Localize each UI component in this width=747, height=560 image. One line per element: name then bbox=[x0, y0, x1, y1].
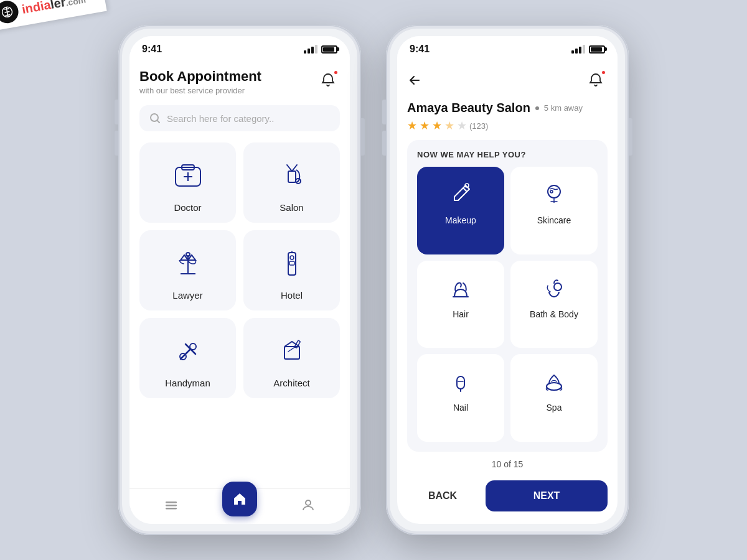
category-card-architect[interactable]: Architect bbox=[243, 318, 340, 398]
phone-1-content: Book Appointment with our best service p… bbox=[129, 58, 350, 488]
salon-label: Salon bbox=[280, 202, 303, 213]
services-grid: Makeup bbox=[417, 167, 598, 442]
rating-count: (123) bbox=[469, 121, 488, 131]
service-card-makeup[interactable]: Makeup bbox=[417, 167, 504, 254]
makeup-icon bbox=[446, 179, 476, 209]
svg-rect-11 bbox=[288, 171, 296, 182]
phones-container: 9:41 Book Appointme bbox=[118, 25, 629, 535]
salon-dot bbox=[535, 106, 539, 110]
bath-label: Bath & Body bbox=[530, 309, 578, 319]
svg-point-35 bbox=[554, 283, 561, 291]
battery-icon-1 bbox=[321, 45, 337, 54]
phone-1-screen: 9:41 Book Appointme bbox=[129, 36, 350, 524]
watermark-text: indialer.com bbox=[21, 0, 87, 16]
back-arrow-icon bbox=[407, 73, 422, 88]
svg-line-4 bbox=[5, 15, 10, 16]
signal-bar-2 bbox=[308, 49, 310, 54]
salon-rating: ★ ★ ★ ★ ★ (123) bbox=[407, 119, 608, 133]
back-action-button[interactable]: BACK bbox=[407, 480, 478, 511]
service-card-bath-body[interactable]: Bath & Body bbox=[510, 261, 598, 348]
signal-bar-2-4 bbox=[583, 45, 585, 54]
next-action-button[interactable]: NEXT bbox=[486, 480, 608, 511]
back-button[interactable] bbox=[407, 73, 422, 88]
signal-bar-2-1 bbox=[571, 50, 574, 54]
doctor-label: Doctor bbox=[174, 202, 201, 213]
watermark: indialer.com bbox=[0, 0, 106, 31]
phone2-power bbox=[629, 118, 632, 156]
notification-dot bbox=[333, 70, 339, 75]
svg-line-2 bbox=[4, 9, 9, 9]
pagination: 10 of 15 bbox=[407, 452, 608, 474]
category-grid: Doctor Salon bbox=[139, 142, 340, 398]
category-card-salon[interactable]: Salon bbox=[243, 142, 340, 223]
battery-icon-2 bbox=[589, 45, 605, 54]
category-card-handyman[interactable]: Handyman bbox=[139, 318, 236, 398]
signal-bar-1 bbox=[304, 50, 306, 54]
category-card-lawyer[interactable]: Lawyer bbox=[139, 230, 236, 310]
notification-button[interactable] bbox=[316, 68, 340, 92]
phone-1: 9:41 Book Appointme bbox=[118, 25, 361, 535]
status-bar-2: 9:41 bbox=[397, 36, 618, 58]
volume-down-button bbox=[115, 131, 118, 156]
home-icon bbox=[232, 491, 248, 507]
bath-icon bbox=[539, 273, 569, 303]
nail-icon bbox=[446, 366, 476, 396]
spa-label: Spa bbox=[547, 403, 562, 413]
category-card-hotel[interactable]: Hotel bbox=[243, 230, 340, 310]
nail-label: Nail bbox=[453, 403, 468, 413]
salon-info: Amaya Beauty Salon 5 km away ★ ★ ★ ★ ★ (… bbox=[407, 101, 608, 133]
category-card-doctor[interactable]: Doctor bbox=[139, 142, 236, 223]
lawyer-label: Lawyer bbox=[172, 290, 202, 301]
star-1: ★ bbox=[407, 119, 417, 133]
search-placeholder: Search here for category.. bbox=[167, 113, 274, 124]
salon-icon bbox=[273, 157, 311, 195]
search-icon bbox=[149, 113, 161, 124]
star-2: ★ bbox=[420, 119, 430, 133]
nav-profile[interactable] bbox=[301, 498, 316, 513]
handyman-icon bbox=[169, 333, 207, 370]
back-header bbox=[407, 68, 608, 92]
hair-icon bbox=[446, 273, 476, 303]
phone2-volume-down bbox=[382, 131, 386, 156]
service-card-nail[interactable]: Nail bbox=[417, 354, 504, 442]
notification-button-2[interactable] bbox=[584, 68, 608, 92]
status-icons-2 bbox=[571, 45, 605, 54]
star-3: ★ bbox=[432, 119, 442, 133]
svg-line-3 bbox=[5, 12, 10, 12]
profile-icon bbox=[301, 498, 316, 513]
header-text: Book Appointment with our best service p… bbox=[139, 68, 261, 95]
service-card-hair[interactable]: Hair bbox=[417, 261, 504, 348]
search-bar[interactable]: Search here for category.. bbox=[139, 105, 340, 131]
services-heading: NOW WE MAY HELP YOU? bbox=[417, 150, 598, 159]
phone2-volume-up bbox=[382, 100, 386, 124]
nav-menu[interactable] bbox=[164, 498, 179, 513]
salon-name: Amaya Beauty Salon 5 km away bbox=[407, 101, 608, 115]
svg-point-33 bbox=[550, 190, 553, 193]
nav-home-button[interactable] bbox=[222, 482, 257, 516]
handyman-label: Handyman bbox=[165, 378, 210, 388]
svg-rect-18 bbox=[289, 261, 294, 265]
signal-bar-2-2 bbox=[575, 49, 578, 54]
svg-line-30 bbox=[463, 188, 467, 192]
status-bar-1: 9:41 bbox=[129, 36, 350, 58]
status-time-1: 9:41 bbox=[142, 44, 162, 55]
phone-2-content: Amaya Beauty Salon 5 km away ★ ★ ★ ★ ★ (… bbox=[397, 58, 618, 524]
svg-point-32 bbox=[548, 185, 560, 198]
svg-point-17 bbox=[290, 256, 294, 259]
notification-dot-2 bbox=[601, 70, 606, 75]
status-icons-1 bbox=[304, 45, 337, 54]
power-button bbox=[361, 118, 365, 156]
hotel-icon bbox=[273, 245, 311, 282]
page-title: Book Appointment bbox=[139, 68, 261, 85]
star-4: ★ bbox=[444, 119, 454, 133]
page-subtitle: with our best service provider bbox=[139, 86, 261, 95]
svg-rect-26 bbox=[166, 502, 177, 503]
service-card-skincare[interactable]: Skincare bbox=[510, 167, 598, 254]
hotel-label: Hotel bbox=[281, 290, 303, 301]
svg-line-6 bbox=[157, 121, 160, 123]
phone-2: 9:41 bbox=[386, 25, 629, 535]
battery-fill-1 bbox=[323, 47, 334, 52]
service-card-spa[interactable]: Spa bbox=[510, 354, 598, 442]
services-section: NOW WE MAY HELP YOU? Makeup bbox=[407, 140, 608, 452]
volume-up-button bbox=[115, 100, 118, 124]
